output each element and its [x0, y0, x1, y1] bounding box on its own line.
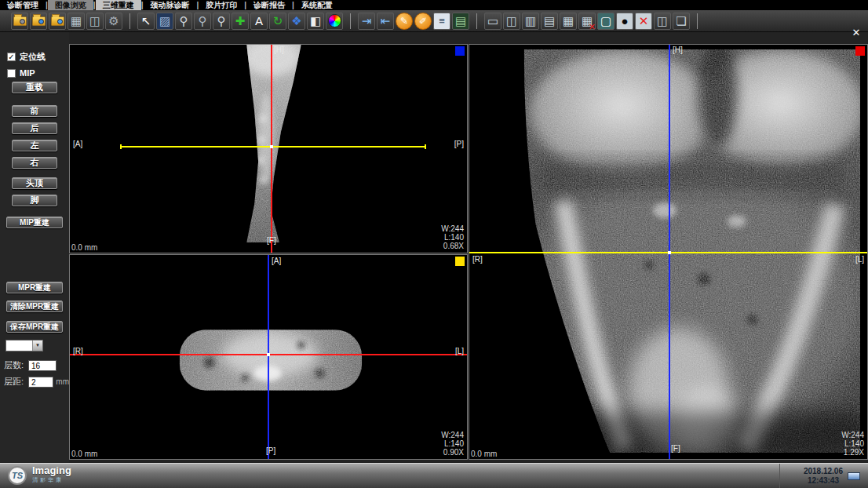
layout-single-icon[interactable]: ▭ [484, 13, 501, 30]
crosshair-intersection-dot [668, 251, 671, 254]
zoom-region-icon[interactable]: ⚲ [194, 13, 211, 30]
volume-settings-icon[interactable]: ⚙ [105, 13, 122, 30]
color-palette-icon[interactable] [326, 13, 343, 30]
crosshair-vertical-line[interactable] [268, 255, 269, 459]
close-icon[interactable]: ✕ [850, 27, 863, 39]
draw-pencil-icon[interactable]: ✎ [396, 13, 413, 30]
reload-button[interactable]: 重载 [12, 82, 57, 93]
text-annotation-icon[interactable]: A [250, 13, 268, 30]
orientation-label-right: [P] [454, 140, 464, 148]
rect-shape-icon[interactable]: ▢ [597, 13, 615, 30]
axial-viewport[interactable]: [A] [R] [L] [P] W:244 L:140 0.90X 0.0 mm [69, 254, 468, 460]
series-link-icon[interactable]: ⇥ [358, 13, 375, 30]
fit-to-window-icon[interactable]: ❖ [288, 13, 305, 30]
mip-checkbox[interactable]: MIP [7, 68, 69, 78]
crosshair-horizontal-line[interactable] [120, 146, 426, 147]
series-layout-icon[interactable]: ⇤ [377, 13, 394, 30]
split-window-icon[interactable]: ◫ [86, 13, 104, 30]
orientation-label-right: [L] [455, 347, 464, 355]
status-bar: TS Imaging 清影华康 2018.12.06 12:43:43 [0, 463, 868, 488]
zoom-icon[interactable]: ⚲ [175, 13, 192, 30]
coronal-viewport[interactable]: [H] [R] [L] [F] W:244 L:140 1.29X 0.0 mm [469, 44, 868, 460]
tab-film-print[interactable]: 胶片打印 [199, 0, 244, 10]
sidebar: ✓ 定位线 MIP 重载 前 后 左 右 头顶 脚 MIP重建 MPR重建 清除… [0, 32, 69, 463]
crosshair-vertical-line[interactable] [271, 45, 272, 253]
checkbox-checked-icon[interactable]: ✓ [7, 53, 16, 61]
tab-diagnosis-report[interactable]: 诊断报告 [246, 0, 292, 10]
mip-rebuild-button[interactable]: MIP重建 [6, 217, 63, 228]
cascade-windows-icon[interactable]: ❏ [673, 13, 690, 30]
import-folder-icon[interactable] [49, 13, 66, 30]
folder-badge [57, 19, 63, 24]
zoom-2x-icon[interactable]: ⚲ [213, 13, 230, 30]
menu-bar: 诊断管理|图像浏览|三维重建|颈动脉诊断|胶片打印|诊断报告|系统配置 [0, 0, 868, 10]
ts-logo-icon: TS [8, 466, 27, 485]
toolbar-separator [697, 13, 698, 29]
tab-system-config[interactable]: 系统配置 [294, 0, 340, 10]
back-view-button[interactable]: 后 [12, 122, 57, 134]
layer-count-input[interactable]: 16 [28, 360, 57, 371]
orientation-label-top: [H] [673, 46, 683, 54]
report-document-icon[interactable]: ≡ [433, 13, 450, 30]
time-label: 12:43:43 [804, 476, 843, 486]
layer-count-label: 层数: [4, 359, 26, 371]
clear-layout-icon[interactable]: ▦✕ [578, 13, 596, 30]
folder-glyph [13, 16, 27, 26]
cursor-icon[interactable]: ↖ [137, 13, 155, 30]
sagittal-viewport[interactable]: [H] [A] [P] [F] W:244 L:140 0.68X 0.0 mm [69, 44, 468, 253]
toolbar-separator [129, 13, 130, 29]
orientation-label-bottom: [F] [267, 236, 276, 245]
date-label: 2018.12.06 [804, 467, 843, 476]
folder-badge [20, 19, 25, 24]
layout-columns-icon[interactable]: ◫ [654, 13, 671, 30]
statusbar-divider [779, 464, 780, 488]
layout-title-icon[interactable]: ◫ [503, 13, 520, 30]
layer-spacing-row: 层距: 2 mm [4, 376, 69, 388]
layout-horizontal-split-icon[interactable]: ▤ [541, 13, 558, 30]
layer-spacing-input[interactable]: 2 [28, 377, 53, 388]
orientation-label-left: [R] [73, 347, 83, 355]
mpr-series-dropdown[interactable]: ▼ [5, 340, 43, 351]
chevron-down-icon[interactable]: ▼ [32, 341, 42, 351]
viewport-color-badge [455, 257, 465, 266]
invert-display-icon[interactable]: ◧ [307, 13, 324, 30]
right-view-button[interactable]: 右 [12, 157, 57, 169]
datetime-display: 2018.12.06 12:43:43 [804, 467, 843, 486]
layout-vertical-split-icon[interactable]: ▥ [522, 13, 539, 30]
pan-move-icon[interactable]: ✚ [232, 13, 249, 30]
open-patient-folder-icon[interactable] [11, 13, 28, 30]
foot-view-button[interactable]: 脚 [12, 195, 57, 206]
head-view-button[interactable]: 头顶 [12, 177, 57, 189]
export-image-icon[interactable]: ▤ [452, 13, 469, 30]
sagittal-mri-image [70, 45, 467, 253]
circle-shape-icon[interactable]: ● [616, 13, 633, 30]
orientation-label-bottom: [F] [671, 444, 680, 453]
refresh-rotate-icon[interactable]: ↻ [269, 13, 286, 30]
locator-line-checkbox[interactable]: ✓ 定位线 [7, 51, 69, 63]
tab-diagnosis-management[interactable]: 诊断管理 [0, 0, 46, 10]
edit-tools-icon[interactable]: ✐ [414, 13, 432, 30]
left-view-button[interactable]: 左 [12, 140, 57, 151]
mpr-rebuild-button[interactable]: MPR重建 [6, 282, 63, 293]
folder-glyph [32, 16, 46, 26]
tab-carotid-diagnosis[interactable]: 颈动脉诊断 [143, 0, 196, 10]
front-view-button[interactable]: 前 [12, 105, 57, 117]
delete-annotation-icon[interactable]: ✕ [635, 13, 652, 30]
slice-position-label: 0.0 mm [71, 450, 97, 458]
application-window: 诊断管理|图像浏览|三维重建|颈动脉诊断|胶片打印|诊断报告|系统配置 ▦◫⚙↖… [0, 0, 868, 488]
clear-mpr-button[interactable]: 清除MPR重建 [6, 300, 63, 312]
viewport-color-badge [455, 46, 465, 56]
open-network-folder-icon[interactable] [30, 13, 47, 30]
slice-position-label: 0.0 mm [471, 450, 497, 458]
checkbox-unchecked-icon[interactable] [7, 69, 16, 78]
image-display-icon[interactable]: ▨ [156, 13, 173, 30]
tab-image-browse[interactable]: 图像浏览 [48, 0, 93, 10]
worklist-grid-icon[interactable]: ▦ [67, 13, 85, 30]
save-mpr-button[interactable]: 保存MPR重建 [6, 321, 63, 333]
tab-3d-reconstruction[interactable]: 三维重建 [96, 0, 141, 10]
viewport-color-badge [855, 46, 865, 56]
layer-spacing-unit: mm [56, 377, 69, 386]
orientation-label-left: [A] [73, 140, 82, 148]
folder-glyph [51, 16, 64, 26]
layout-grid-icon[interactable]: ▦ [560, 13, 577, 30]
